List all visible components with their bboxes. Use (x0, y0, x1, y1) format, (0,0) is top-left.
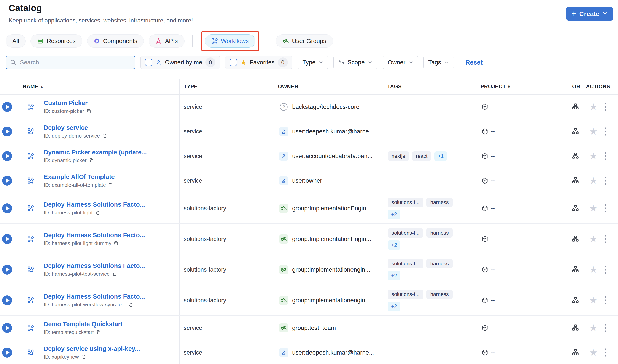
row-menu-button[interactable] (604, 127, 607, 136)
relations-org-chart-icon[interactable] (572, 177, 579, 185)
owned-by-me-filter[interactable]: Owned by me 0 (140, 56, 220, 69)
tags-more-chip[interactable]: +2 (388, 302, 400, 311)
create-button[interactable]: + Create (566, 7, 613, 21)
copy-id-button[interactable] (81, 354, 86, 360)
favorite-star-button[interactable]: ★ (589, 324, 597, 332)
run-workflow-button[interactable] (2, 234, 12, 244)
tags-more-chip[interactable]: +2 (388, 271, 400, 280)
workflow-name-link[interactable]: Demo Template Quickstart (44, 321, 122, 328)
favorite-star-button[interactable]: ★ (589, 204, 597, 213)
row-menu-button[interactable] (604, 234, 607, 244)
row-menu-button[interactable] (604, 295, 607, 305)
project-text: -- (491, 235, 495, 242)
tab-all[interactable]: All (6, 34, 26, 48)
tags-filter-dropdown[interactable]: Tags (423, 56, 454, 69)
row-menu-button[interactable] (604, 151, 607, 161)
column-header-project[interactable]: PROJECT ▲▼ (481, 84, 511, 90)
project-text: -- (491, 104, 495, 110)
run-workflow-button[interactable] (2, 102, 12, 112)
scope-filter-dropdown[interactable]: Scope (333, 56, 377, 69)
run-workflow-button[interactable] (2, 265, 12, 275)
actions-cell: ★ (581, 203, 618, 213)
run-workflow-button[interactable] (2, 323, 12, 333)
relations-org-chart-icon[interactable] (572, 128, 579, 135)
workflow-name-link[interactable]: Dynamic Picker example (update... (44, 149, 147, 156)
workflow-name-link[interactable]: Deploy service using x-api-key... (44, 345, 140, 352)
project-text: -- (491, 153, 495, 159)
copy-id-button[interactable] (102, 133, 107, 138)
owned-by-me-count: 0 (205, 57, 215, 67)
tab-components[interactable]: ⚙ Components (87, 34, 144, 48)
workflow-name-link[interactable]: Custom Picker (44, 100, 91, 107)
tab-apis[interactable]: APIs (149, 34, 184, 48)
tags-more-chip[interactable]: +2 (388, 210, 400, 219)
search-input[interactable] (19, 59, 131, 66)
tab-workflows[interactable]: Workflows (205, 34, 256, 48)
row-menu-button[interactable] (604, 176, 607, 185)
workflow-name-link[interactable]: Deploy service (44, 124, 107, 131)
row-menu-button[interactable] (604, 348, 607, 357)
owner-cell: group:ImplementationEngin... (279, 234, 371, 244)
project-cell: -- (482, 128, 495, 135)
copy-id-button[interactable] (86, 109, 91, 114)
workflow-id: ID: example-all-of-template (44, 182, 106, 188)
workflow-name-link[interactable]: Deploy Harness Solutions Facto... (44, 293, 145, 300)
workflow-name-link[interactable]: Deploy Harness Solutions Facto... (44, 262, 145, 269)
relations-org-chart-icon[interactable] (572, 235, 579, 243)
row-menu-button[interactable] (604, 102, 607, 112)
owned-by-me-checkbox[interactable] (145, 59, 152, 66)
workflow-icon (27, 266, 34, 273)
relations-org-chart-icon[interactable] (572, 297, 579, 304)
run-workflow-button[interactable] (2, 203, 12, 213)
favorite-star-button[interactable]: ★ (589, 234, 597, 244)
name-cell: Custom Picker ID: custom-picker (44, 100, 91, 114)
copy-id-button[interactable] (113, 241, 119, 246)
favorite-star-button[interactable]: ★ (589, 296, 597, 305)
column-header-tags: TAGS (387, 84, 402, 90)
run-workflow-button[interactable] (2, 151, 12, 161)
row-menu-button[interactable] (604, 265, 607, 274)
tags-more-chip[interactable]: +2 (388, 240, 400, 250)
workflow-name-link[interactable]: Deploy Harness Solutions Facto... (44, 232, 145, 239)
copy-id-button[interactable] (128, 302, 133, 307)
copy-id-button[interactable] (112, 271, 117, 277)
reset-filters-button[interactable]: Reset (464, 59, 484, 66)
relations-org-chart-icon[interactable] (572, 349, 579, 356)
favorite-star-button[interactable]: ★ (589, 152, 597, 161)
copy-id-button[interactable] (89, 158, 94, 163)
copy-id-button[interactable] (96, 330, 101, 335)
tab-resources[interactable]: Resources (30, 34, 82, 48)
type-filter-dropdown[interactable]: Type (297, 56, 328, 69)
tag-chip: harness (426, 228, 453, 238)
row-menu-button[interactable] (604, 323, 607, 333)
favorite-star-button[interactable]: ★ (589, 176, 597, 185)
workflow-name-link[interactable]: Deploy Harness Solutions Facto... (44, 201, 145, 208)
workflow-name-link[interactable]: Example AllOf Template (44, 173, 115, 181)
column-header-actions: ACTIONS (586, 84, 610, 90)
favorite-star-button[interactable]: ★ (589, 127, 597, 136)
relations-org-chart-icon[interactable] (572, 205, 579, 212)
relations-org-chart-icon[interactable] (572, 324, 579, 332)
run-workflow-button[interactable] (2, 176, 12, 186)
relations-org-chart-icon[interactable] (572, 103, 579, 111)
tabs-divider (192, 35, 193, 47)
favorites-checkbox[interactable] (230, 59, 237, 66)
play-icon (6, 351, 10, 355)
relations-org-chart-icon[interactable] (572, 266, 579, 273)
copy-id-button[interactable] (95, 210, 100, 215)
owner-filter-dropdown[interactable]: Owner (383, 56, 418, 69)
workflow-id: ID: custom-picker (44, 108, 84, 114)
favorites-filter[interactable]: ★ Favorites 0 (225, 56, 292, 69)
tab-user-groups[interactable]: User Groups (276, 34, 333, 48)
run-workflow-button[interactable] (2, 348, 12, 358)
row-menu-button[interactable] (604, 203, 607, 213)
column-header-name[interactable]: NAME ▲ (23, 84, 43, 90)
run-workflow-button[interactable] (2, 295, 12, 305)
copy-id-button[interactable] (108, 182, 113, 188)
run-workflow-button[interactable] (2, 127, 12, 136)
relations-org-chart-icon[interactable] (572, 152, 579, 160)
favorite-star-button[interactable]: ★ (589, 102, 597, 111)
favorite-star-button[interactable]: ★ (589, 265, 597, 274)
favorite-star-button[interactable]: ★ (589, 348, 597, 357)
tags-more-chip[interactable]: +1 (434, 151, 447, 161)
